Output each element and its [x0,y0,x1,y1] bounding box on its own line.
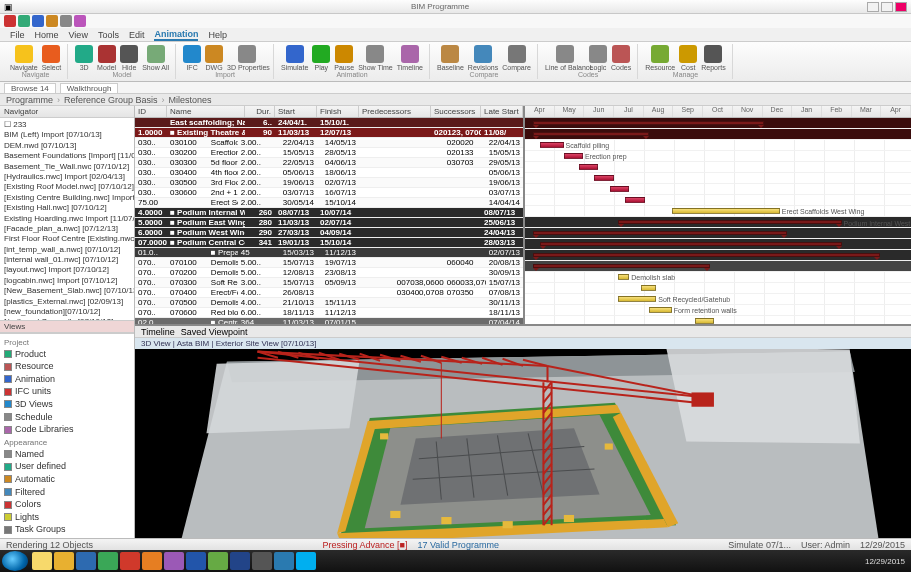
menu-view[interactable]: View [69,30,88,40]
palette-item[interactable]: Task Groups [4,523,130,536]
taskbar-app[interactable] [76,552,96,570]
viewport-tab[interactable]: Saved Viewpoint [181,327,248,337]
ribbon-show-time[interactable]: Show Time [358,45,393,71]
ribbon-reports[interactable]: Reports [701,45,726,71]
minimize-button[interactable] [867,2,879,12]
tree-item[interactable]: [internal wall_01.nwc] [07/10/12] [4,255,132,265]
gantt-bar[interactable]: Podium Internal West Link [618,220,842,224]
ribbon-line-of-balance[interactable]: Line of Balance [545,45,585,71]
taskbar-app[interactable] [142,552,162,570]
col-header[interactable]: Start [275,106,317,117]
tree-item[interactable]: BIM (Left) Import [07/10/13] [4,130,132,140]
col-header[interactable]: ID [135,106,167,117]
tree-item[interactable]: Basement Foundations [Import] [11/02/12] [4,151,132,161]
tree-item[interactable]: [plastics_External.nwc] [02/09/13] [4,297,132,307]
crumb[interactable]: Reference Group Basis [64,95,158,105]
tree-item[interactable]: Basement_Tie_Wall.nwc [07/10/12] [4,162,132,172]
subtab[interactable]: Browse 14 [4,83,56,93]
table-row[interactable]: 5.0000■ Podium East Wing: Structural Wor… [135,218,523,228]
table-row[interactable]: 070..070400Erect/Form Structural wall re… [135,288,523,298]
palette-item[interactable]: Filtered [4,486,130,499]
ribbon-pause[interactable]: Pause [334,45,354,71]
ribbon-3d[interactable]: 3D [75,45,93,71]
gantt-bar[interactable]: Erect Scaffolds West Wing [672,208,780,214]
palette-item[interactable]: Product [4,348,130,361]
table-row[interactable]: 07.0000■ Podium Central Core: Structural… [135,238,523,248]
palette-item[interactable]: Resource [4,360,130,373]
palette-item[interactable]: 3D Views [4,398,130,411]
ribbon-ifc[interactable]: IFC [183,45,201,71]
palette-item[interactable]: Code Libraries [4,423,130,436]
tree-item[interactable]: [Facade_plan_a.nwc] [07/12/13] [4,224,132,234]
qat-icon[interactable] [32,15,44,27]
table-row[interactable]: 070..070200Demolish existing foundation5… [135,268,523,278]
taskbar-app[interactable] [98,552,118,570]
ribbon-simulate[interactable]: Simulate [281,45,308,71]
ribbon-play[interactable]: Play [312,45,330,71]
tree-item[interactable]: [Existing Centre Building.nwc] Import [0… [4,193,132,203]
gantt-bar[interactable] [533,253,880,257]
gantt-bar[interactable] [579,164,598,170]
ribbon-3d-properties[interactable]: 3D Properties [227,45,267,71]
table-row[interactable]: 75.00Erect Scaffolds2.00..30/05/1415/10/… [135,198,523,208]
col-header[interactable]: Dur. [245,106,275,117]
gantt-bar[interactable] [540,242,841,246]
gantt-bar[interactable]: Soft Recycled/Gatehub [618,296,657,302]
ribbon-navigate[interactable]: Navigate [10,45,38,71]
table-row[interactable]: 030..0305003rd Floor demolition2.00..19/… [135,178,523,188]
gantt-bar[interactable] [533,231,788,235]
table-row[interactable]: 030..030100Scaffold piling temporary wor… [135,138,523,148]
ribbon-timeline[interactable]: Timeline [397,45,423,71]
ribbon-select[interactable]: Select [42,45,61,71]
tree-item[interactable]: [Existing Hall.nwc] [07/10/12] [4,203,132,213]
qat-icon[interactable] [18,15,30,27]
table-row[interactable]: 4.0000■ Podium Internal West Link Works2… [135,208,523,218]
3d-viewport[interactable]: 3D View | Asta BIM | Exterior Site View … [135,338,911,538]
tree-item[interactable]: [New_Basement_Slab.nwc] [07/10/13] [4,286,132,296]
table-row[interactable]: 070..070100Demolish existing slab down t… [135,258,523,268]
model-tree[interactable]: ☐ 233 BIM (Left) Import [07/10/13] DEM.n… [0,118,134,321]
gantt-bar[interactable]: Erection prep [564,153,583,159]
menu-tools[interactable]: Tools [98,30,119,40]
qat-icon[interactable] [4,15,16,27]
menu-help[interactable]: Help [208,30,227,40]
subtab[interactable]: Walkthrough [60,83,119,93]
maximize-button[interactable] [881,2,893,12]
taskbar-app[interactable] [54,552,74,570]
taskbar-app[interactable] [274,552,294,570]
col-header[interactable]: Name [167,106,245,117]
menu-animation[interactable]: Animation [154,29,198,41]
ribbon-hide[interactable]: Hide [120,45,138,71]
close-button[interactable] [895,2,907,12]
qat-icon[interactable] [60,15,72,27]
taskbar-app[interactable] [230,552,250,570]
table-row[interactable]: 070..070600Red block cast – prepare for … [135,308,523,318]
gantt-bar[interactable] [695,318,714,324]
gantt-bar[interactable] [610,186,629,192]
gantt-bar[interactable] [533,132,649,136]
gantt-bar[interactable]: Demolish slab [618,274,630,280]
gantt-bar[interactable]: Scaffold piling [540,142,563,148]
palette-item[interactable]: IFC units [4,385,130,398]
table-row[interactable]: 1.0000■ Existing Theatre & (Southern) Bl… [135,128,523,138]
crumb[interactable]: Milestones [169,95,212,105]
ribbon-model[interactable]: Model [97,45,116,71]
ribbon-baseline[interactable]: Baseline [437,45,464,71]
tree-item[interactable]: First Floor Roof Centre [Existing.nwc] I… [4,234,132,244]
table-row[interactable]: 02.0..■ Central Reconstruction36411/03/1… [135,318,523,324]
taskbar-app[interactable] [186,552,206,570]
ribbon-dwg[interactable]: DWG [205,45,223,71]
tree-item[interactable]: [Hydraulics.nwc] Import [02/04/13] [4,172,132,182]
system-clock[interactable]: 12/29/2015 [861,557,909,566]
start-button[interactable] [2,551,28,571]
col-header[interactable]: Predecessors [359,106,431,117]
table-row[interactable]: 030..0304004th floor demolition remove2.… [135,168,523,178]
tree-item[interactable]: [layout.nwc] Import [07/10/12] [4,265,132,275]
tree-item[interactable]: [Existing Roof Model.nwc] [07/10/12] [4,182,132,192]
table-row[interactable]: 01.0..■ Preparatory Works and Demolition… [135,248,523,258]
palette-item[interactable]: Animation [4,373,130,386]
crumb[interactable]: Programme [6,95,53,105]
col-header[interactable]: Finish [317,106,359,117]
ribbon-revisions[interactable]: Revisions [468,45,498,71]
tree-item[interactable]: DEM.nwd [07/10/13] [4,141,132,151]
